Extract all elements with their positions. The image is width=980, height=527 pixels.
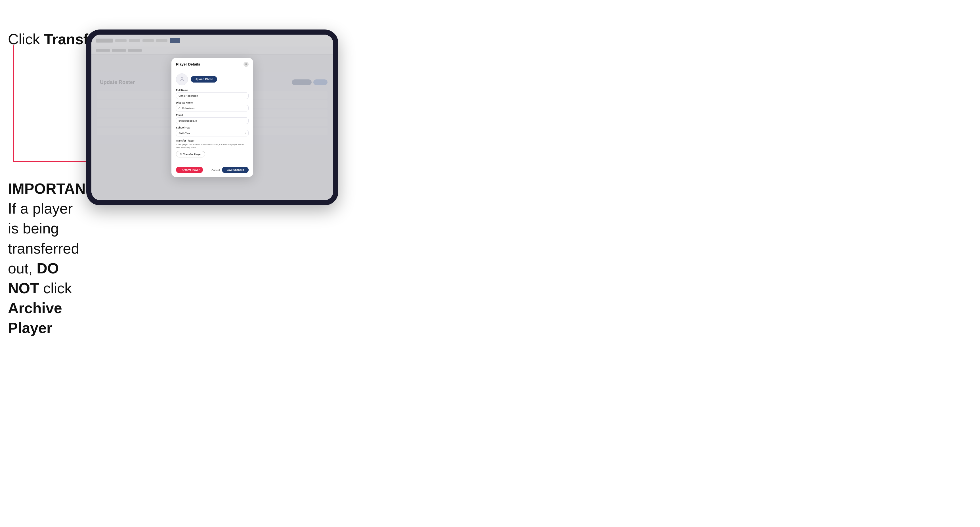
school-year-group: School Year First Year Second Year Third…	[176, 126, 249, 137]
archive-player-button[interactable]: ↓ Archive Player	[176, 167, 203, 173]
photo-row: Upload Photo	[176, 73, 249, 86]
school-year-select-wrapper: First Year Second Year Third Year Fourth…	[176, 130, 249, 137]
modal-overlay: Player Details ×	[91, 35, 333, 200]
important-label: IMPORTANT	[8, 180, 94, 197]
click-prefix: Click	[8, 31, 44, 48]
transfer-player-button[interactable]: ⟳ Transfer Player	[176, 151, 205, 157]
modal-footer: ↓ Archive Player Cancel Save Changes	[172, 163, 253, 177]
archive-label: Archive Player	[8, 300, 62, 336]
full-name-input[interactable]	[176, 92, 249, 99]
modal-close-button[interactable]: ×	[243, 62, 249, 67]
cancel-button[interactable]: Cancel	[212, 168, 220, 171]
avatar-placeholder	[176, 73, 188, 86]
footer-right-actions: Cancel Save Changes	[212, 167, 249, 173]
email-input[interactable]	[176, 117, 249, 124]
modal-header: Player Details ×	[172, 58, 253, 70]
transfer-icon: ⟳	[180, 152, 182, 156]
archive-icon: ↓	[179, 168, 181, 171]
email-label: Email	[176, 114, 249, 117]
modal-title: Player Details	[176, 62, 200, 67]
transfer-btn-label: Transfer Player	[183, 153, 202, 156]
email-group: Email	[176, 114, 249, 124]
tablet-screen: Update Roster Player Details ×	[91, 35, 333, 200]
display-name-group: Display Name	[176, 101, 249, 111]
display-name-input[interactable]	[176, 105, 249, 111]
modal-body: Upload Photo Full Name Display Name	[172, 70, 253, 163]
upload-photo-button[interactable]: Upload Photo	[191, 76, 217, 83]
archive-btn-label: Archive Player	[182, 168, 200, 171]
transfer-description: If this player has moved to another scho…	[176, 143, 249, 149]
transfer-player-section: Transfer Player If this player has moved…	[176, 139, 249, 157]
school-year-label: School Year	[176, 126, 249, 129]
full-name-label: Full Name	[176, 89, 249, 92]
display-name-label: Display Name	[176, 101, 249, 104]
save-changes-button[interactable]: Save Changes	[222, 167, 249, 173]
player-details-modal: Player Details ×	[172, 58, 253, 177]
svg-point-0	[181, 78, 183, 79]
tablet-device: Update Roster Player Details ×	[86, 30, 338, 205]
full-name-group: Full Name	[176, 89, 249, 99]
close-icon: ×	[245, 63, 247, 66]
school-year-select[interactable]: First Year Second Year Third Year Fourth…	[176, 130, 249, 137]
transfer-section-label: Transfer Player	[176, 139, 249, 142]
do-not-text: click	[39, 280, 72, 297]
instruction-bottom: IMPORTANT: If a player is being transfer…	[8, 179, 84, 338]
annotation-line-vertical	[13, 45, 14, 162]
